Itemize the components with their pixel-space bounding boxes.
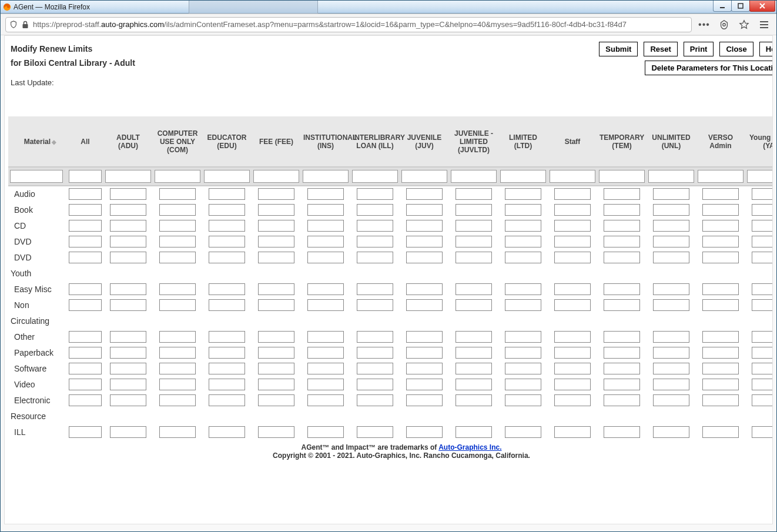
help-button[interactable]: Help [759,42,773,56]
limit-cell-input[interactable] [554,331,591,343]
limit-cell-input[interactable] [357,204,393,216]
tracking-protection-icon[interactable] [9,21,18,29]
limit-cell-input[interactable] [554,204,591,216]
reset-button[interactable]: Reset [644,42,677,56]
limit-cell-input[interactable] [456,220,492,232]
column-header[interactable]: FEE (FEE) [252,116,301,167]
limit-cell-input[interactable] [69,236,102,247]
limit-cell-input[interactable] [357,283,393,295]
limit-cell-input[interactable] [258,220,294,232]
limit-cell-input[interactable] [69,204,102,216]
bookmark-star-icon[interactable] [736,17,752,32]
limit-cell-input[interactable] [69,283,102,295]
limit-cell-input[interactable] [456,283,492,295]
limit-cell-input[interactable] [307,379,344,390]
background-tab[interactable] [189,1,318,14]
column-filter-input[interactable] [500,170,546,183]
column-header[interactable]: Young Adult (YA) [745,116,773,167]
maximize-button[interactable] [731,1,750,12]
column-filter-input[interactable] [401,170,447,183]
column-header[interactable]: VERSO Admin [696,116,745,167]
limit-cell-input[interactable] [110,220,146,232]
limit-cell-input[interactable] [554,252,591,263]
page-actions-icon[interactable]: ••• [696,17,712,32]
limit-cell-input[interactable] [456,426,492,438]
limit-cell-input[interactable] [209,188,245,200]
limit-cell-input[interactable] [456,299,492,311]
limit-cell-input[interactable] [110,331,146,343]
delete-parameters-button[interactable]: Delete Parameters for This Location [645,61,773,75]
limit-cell-input[interactable] [406,299,443,311]
limit-cell-input[interactable] [357,379,393,390]
limit-cell-input[interactable] [604,426,640,438]
limit-cell-input[interactable] [209,426,245,438]
limit-cell-input[interactable] [406,283,443,295]
limit-cell-input[interactable] [604,363,640,374]
limit-cell-input[interactable] [69,220,102,232]
limit-cell-input[interactable] [69,426,102,438]
limit-cell-input[interactable] [406,426,443,438]
limit-cell-input[interactable] [307,220,344,232]
limit-cell-input[interactable] [159,236,196,247]
limit-cell-input[interactable] [406,363,443,374]
limit-cell-input[interactable] [505,426,541,438]
limit-cell-input[interactable] [702,426,739,438]
limit-cell-input[interactable] [554,236,591,247]
limit-cell-input[interactable] [258,188,294,200]
limit-cell-input[interactable] [604,331,640,343]
limit-cell-input[interactable] [406,394,443,406]
limit-cell-input[interactable] [604,347,640,359]
limit-cell-input[interactable] [505,252,541,263]
limit-cell-input[interactable] [357,299,393,311]
limit-cell-input[interactable] [505,236,541,247]
column-header[interactable]: All [67,116,103,167]
submit-button[interactable]: Submit [599,42,638,56]
limit-cell-input[interactable] [357,236,393,247]
limit-cell-input[interactable] [406,236,443,247]
limit-cell-input[interactable] [505,283,541,295]
limit-cell-input[interactable] [752,363,773,374]
limit-cell-input[interactable] [307,299,344,311]
limit-cell-input[interactable] [653,188,689,200]
limit-cell-input[interactable] [653,379,689,390]
minimize-button[interactable] [713,1,732,12]
footer-company-link[interactable]: Auto-Graphics Inc. [438,443,501,451]
limit-cell-input[interactable] [406,204,443,216]
limit-cell-input[interactable] [69,331,102,343]
limit-cell-input[interactable] [752,394,773,406]
limit-cell-input[interactable] [159,331,196,343]
limit-cell-input[interactable] [702,204,739,216]
limit-cell-input[interactable] [653,426,689,438]
limit-cell-input[interactable] [110,363,146,374]
limit-cell-input[interactable] [159,299,196,311]
limit-cell-input[interactable] [702,331,739,343]
column-filter-input[interactable] [69,170,102,183]
column-header[interactable]: INTERLIBRARY LOAN (ILL) [350,116,400,167]
column-filter-input[interactable] [550,170,595,183]
column-filter-input[interactable] [253,170,299,183]
column-header[interactable]: JUVENILE (JUV) [400,116,449,167]
limit-cell-input[interactable] [505,347,541,359]
limit-cell-input[interactable] [406,252,443,263]
limit-cell-input[interactable] [307,394,344,406]
limit-cell-input[interactable] [456,236,492,247]
limit-cell-input[interactable] [505,204,541,216]
limit-cell-input[interactable] [702,236,739,247]
limit-cell-input[interactable] [604,236,640,247]
limit-cell-input[interactable] [702,299,739,311]
limit-cell-input[interactable] [159,426,196,438]
limit-cell-input[interactable] [209,363,245,374]
limit-cell-input[interactable] [604,283,640,295]
limit-cell-input[interactable] [752,188,773,200]
close-button[interactable]: Close [719,42,753,56]
column-filter-input[interactable] [698,170,743,183]
column-filter-input[interactable] [105,170,151,183]
limit-cell-input[interactable] [702,394,739,406]
reader-mode-icon[interactable] [716,17,732,32]
limit-cell-input[interactable] [554,283,591,295]
limit-cell-input[interactable] [456,252,492,263]
limit-cell-input[interactable] [258,363,294,374]
limit-cell-input[interactable] [209,331,245,343]
limit-cell-input[interactable] [69,379,102,390]
limit-cell-input[interactable] [209,379,245,390]
